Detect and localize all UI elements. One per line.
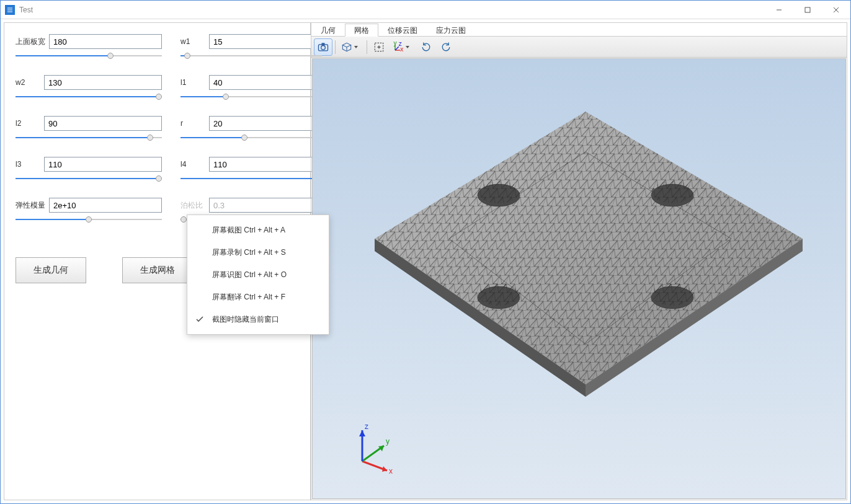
svg-point-19 (651, 181, 693, 203)
view-tabs: 几何 网格 位移云图 应力云图 (311, 23, 847, 37)
param-input-w2[interactable] (44, 75, 162, 90)
svg-text:z: z (365, 422, 368, 431)
param-l1: l1 (180, 75, 322, 101)
3d-viewport[interactable]: x y z (312, 58, 846, 499)
chevron-down-icon (406, 46, 409, 48)
param-w1: w1 (180, 34, 322, 60)
maximize-button[interactable] (793, 1, 822, 19)
rotate-ccw-button[interactable] (417, 38, 435, 56)
app-icon (5, 5, 15, 15)
slider-r[interactable] (180, 133, 322, 142)
titlebar[interactable]: Test (1, 1, 850, 19)
close-button[interactable] (822, 1, 850, 19)
param-l4: l4 (180, 157, 322, 183)
context-menu: 屏幕截图 Ctrl + Alt + A 屏幕录制 Ctrl + Alt + S … (187, 214, 329, 335)
svg-point-20 (478, 283, 520, 306)
param-input-l4[interactable] (209, 157, 322, 172)
param-input-l2[interactable] (44, 116, 162, 131)
param-input-r[interactable] (209, 116, 322, 131)
param-w2: w2 (16, 75, 162, 101)
svg-text:y: y (386, 437, 390, 446)
window-title: Test (19, 6, 765, 14)
param-弹性模量: 弹性模量 (16, 198, 162, 224)
menu-item-screen-record[interactable]: 屏幕录制 Ctrl + Alt + S (187, 241, 329, 263)
slider-l1[interactable] (180, 92, 322, 101)
svg-point-18 (478, 181, 520, 203)
axis-triad-icon: x y z (350, 418, 406, 474)
param-l2: l2 (16, 116, 162, 142)
slider-弹性模量[interactable] (16, 215, 162, 224)
view-mode-dropdown[interactable] (338, 38, 364, 56)
param-input-l3[interactable] (44, 157, 162, 172)
viewer-toolbar: xzy (311, 37, 847, 58)
svg-marker-27 (359, 430, 365, 436)
param-input-上面板宽[interactable] (49, 34, 162, 49)
param-input-弹性模量[interactable] (49, 198, 162, 213)
param-input-l1[interactable] (209, 75, 322, 90)
tab-mesh[interactable]: 网格 (345, 24, 378, 37)
slider-l4[interactable] (180, 174, 322, 183)
tab-displacement[interactable]: 位移云图 (378, 24, 427, 37)
svg-rect-1 (805, 7, 810, 12)
app-window: Test 上面板宽 w1 (0, 0, 851, 504)
menu-item-hide-window[interactable]: 截图时隐藏当前窗口 (187, 308, 329, 330)
svg-text:y: y (394, 41, 397, 46)
menu-item-screenshot[interactable]: 屏幕截图 Ctrl + Alt + A (187, 219, 329, 241)
generate-geometry-button[interactable]: 生成几何 (16, 257, 86, 283)
slider-l3[interactable] (16, 174, 162, 183)
svg-point-21 (651, 283, 693, 306)
check-icon (195, 314, 205, 326)
menu-item-screen-ocr[interactable]: 屏幕识图 Ctrl + Alt + O (187, 263, 329, 286)
param-input-w1[interactable] (209, 34, 322, 49)
slider-l2[interactable] (16, 133, 162, 142)
param-input-泊松比 (209, 198, 322, 213)
param-r: r (180, 116, 322, 142)
tab-geometry[interactable]: 几何 (311, 24, 345, 37)
mesh-preview (350, 93, 821, 415)
axis-view-dropdown[interactable]: xzy (390, 38, 416, 56)
menu-item-screen-translate[interactable]: 屏幕翻译 Ctrl + Alt + F (187, 286, 329, 308)
generate-mesh-button[interactable]: 生成网格 (122, 257, 193, 283)
svg-text:x: x (389, 467, 393, 474)
svg-marker-10 (375, 112, 803, 384)
param-上面板宽: 上面板宽 (16, 34, 162, 60)
slider-w2[interactable] (16, 92, 162, 101)
minimize-button[interactable] (765, 1, 793, 19)
viewer-panel: 几何 网格 位移云图 应力云图 xzy (311, 22, 847, 500)
param-l3: l3 (16, 157, 162, 183)
rotate-cw-button[interactable] (437, 38, 455, 56)
chevron-down-icon (354, 46, 358, 48)
svg-text:z: z (399, 41, 402, 47)
svg-rect-4 (322, 43, 325, 45)
slider-上面板宽[interactable] (16, 51, 162, 60)
tab-stress[interactable]: 应力云图 (427, 24, 475, 37)
fit-view-button[interactable] (370, 38, 388, 56)
svg-point-3 (321, 45, 326, 50)
slider-w1[interactable] (180, 51, 322, 60)
